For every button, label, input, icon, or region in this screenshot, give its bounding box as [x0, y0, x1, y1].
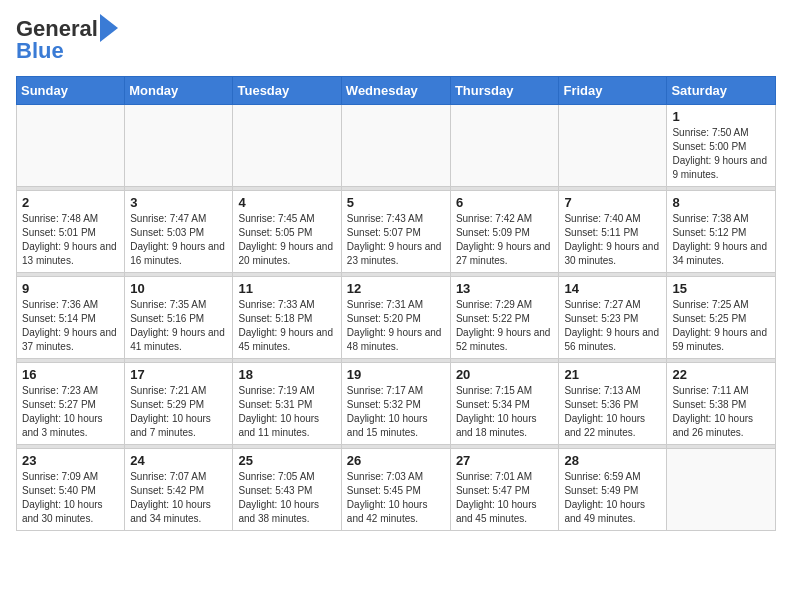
day-info: Sunrise: 7:33 AM Sunset: 5:18 PM Dayligh… [238, 298, 335, 354]
day-number: 21 [564, 367, 661, 382]
day-number: 2 [22, 195, 119, 210]
day-info: Sunrise: 7:43 AM Sunset: 5:07 PM Dayligh… [347, 212, 445, 268]
calendar-day-cell [667, 449, 776, 531]
day-number: 22 [672, 367, 770, 382]
day-info: Sunrise: 7:50 AM Sunset: 5:00 PM Dayligh… [672, 126, 770, 182]
calendar-day-cell: 25Sunrise: 7:05 AM Sunset: 5:43 PM Dayli… [233, 449, 341, 531]
calendar-week-row: 9Sunrise: 7:36 AM Sunset: 5:14 PM Daylig… [17, 277, 776, 359]
calendar-day-cell [341, 105, 450, 187]
day-info: Sunrise: 7:35 AM Sunset: 5:16 PM Dayligh… [130, 298, 227, 354]
day-info: Sunrise: 7:01 AM Sunset: 5:47 PM Dayligh… [456, 470, 554, 526]
day-info: Sunrise: 7:27 AM Sunset: 5:23 PM Dayligh… [564, 298, 661, 354]
day-info: Sunrise: 7:29 AM Sunset: 5:22 PM Dayligh… [456, 298, 554, 354]
calendar-day-cell: 24Sunrise: 7:07 AM Sunset: 5:42 PM Dayli… [125, 449, 233, 531]
calendar-day-cell: 8Sunrise: 7:38 AM Sunset: 5:12 PM Daylig… [667, 191, 776, 273]
day-number: 23 [22, 453, 119, 468]
weekday-header: Tuesday [233, 77, 341, 105]
weekday-header: Monday [125, 77, 233, 105]
calendar-day-cell: 27Sunrise: 7:01 AM Sunset: 5:47 PM Dayli… [450, 449, 559, 531]
weekday-header: Saturday [667, 77, 776, 105]
weekday-header: Sunday [17, 77, 125, 105]
calendar-day-cell: 16Sunrise: 7:23 AM Sunset: 5:27 PM Dayli… [17, 363, 125, 445]
calendar-week-row: 1Sunrise: 7:50 AM Sunset: 5:00 PM Daylig… [17, 105, 776, 187]
calendar-day-cell: 4Sunrise: 7:45 AM Sunset: 5:05 PM Daylig… [233, 191, 341, 273]
day-info: Sunrise: 6:59 AM Sunset: 5:49 PM Dayligh… [564, 470, 661, 526]
day-info: Sunrise: 7:31 AM Sunset: 5:20 PM Dayligh… [347, 298, 445, 354]
calendar-day-cell: 6Sunrise: 7:42 AM Sunset: 5:09 PM Daylig… [450, 191, 559, 273]
day-number: 14 [564, 281, 661, 296]
day-info: Sunrise: 7:07 AM Sunset: 5:42 PM Dayligh… [130, 470, 227, 526]
weekday-header: Wednesday [341, 77, 450, 105]
calendar-day-cell: 21Sunrise: 7:13 AM Sunset: 5:36 PM Dayli… [559, 363, 667, 445]
day-number: 7 [564, 195, 661, 210]
day-number: 13 [456, 281, 554, 296]
day-info: Sunrise: 7:05 AM Sunset: 5:43 PM Dayligh… [238, 470, 335, 526]
calendar-day-cell: 23Sunrise: 7:09 AM Sunset: 5:40 PM Dayli… [17, 449, 125, 531]
calendar-week-row: 2Sunrise: 7:48 AM Sunset: 5:01 PM Daylig… [17, 191, 776, 273]
day-number: 5 [347, 195, 445, 210]
day-info: Sunrise: 7:25 AM Sunset: 5:25 PM Dayligh… [672, 298, 770, 354]
day-number: 15 [672, 281, 770, 296]
day-info: Sunrise: 7:45 AM Sunset: 5:05 PM Dayligh… [238, 212, 335, 268]
calendar-day-cell: 18Sunrise: 7:19 AM Sunset: 5:31 PM Dayli… [233, 363, 341, 445]
weekday-header: Thursday [450, 77, 559, 105]
day-info: Sunrise: 7:03 AM Sunset: 5:45 PM Dayligh… [347, 470, 445, 526]
calendar-day-cell: 17Sunrise: 7:21 AM Sunset: 5:29 PM Dayli… [125, 363, 233, 445]
day-number: 3 [130, 195, 227, 210]
page-header: General Blue [16, 16, 776, 64]
day-number: 16 [22, 367, 119, 382]
calendar-day-cell: 13Sunrise: 7:29 AM Sunset: 5:22 PM Dayli… [450, 277, 559, 359]
calendar-header-row: SundayMondayTuesdayWednesdayThursdayFrid… [17, 77, 776, 105]
calendar-week-row: 16Sunrise: 7:23 AM Sunset: 5:27 PM Dayli… [17, 363, 776, 445]
calendar-day-cell: 1Sunrise: 7:50 AM Sunset: 5:00 PM Daylig… [667, 105, 776, 187]
calendar-day-cell: 12Sunrise: 7:31 AM Sunset: 5:20 PM Dayli… [341, 277, 450, 359]
calendar-day-cell: 10Sunrise: 7:35 AM Sunset: 5:16 PM Dayli… [125, 277, 233, 359]
day-info: Sunrise: 7:17 AM Sunset: 5:32 PM Dayligh… [347, 384, 445, 440]
calendar-day-cell: 7Sunrise: 7:40 AM Sunset: 5:11 PM Daylig… [559, 191, 667, 273]
calendar-day-cell: 26Sunrise: 7:03 AM Sunset: 5:45 PM Dayli… [341, 449, 450, 531]
day-number: 28 [564, 453, 661, 468]
day-number: 11 [238, 281, 335, 296]
day-info: Sunrise: 7:38 AM Sunset: 5:12 PM Dayligh… [672, 212, 770, 268]
day-number: 12 [347, 281, 445, 296]
day-number: 26 [347, 453, 445, 468]
calendar-day-cell: 22Sunrise: 7:11 AM Sunset: 5:38 PM Dayli… [667, 363, 776, 445]
calendar-day-cell [233, 105, 341, 187]
calendar-day-cell: 28Sunrise: 6:59 AM Sunset: 5:49 PM Dayli… [559, 449, 667, 531]
day-number: 6 [456, 195, 554, 210]
calendar-day-cell [450, 105, 559, 187]
logo-arrow-icon [100, 14, 118, 42]
day-info: Sunrise: 7:23 AM Sunset: 5:27 PM Dayligh… [22, 384, 119, 440]
day-info: Sunrise: 7:15 AM Sunset: 5:34 PM Dayligh… [456, 384, 554, 440]
day-number: 17 [130, 367, 227, 382]
day-info: Sunrise: 7:36 AM Sunset: 5:14 PM Dayligh… [22, 298, 119, 354]
calendar-day-cell: 5Sunrise: 7:43 AM Sunset: 5:07 PM Daylig… [341, 191, 450, 273]
day-info: Sunrise: 7:40 AM Sunset: 5:11 PM Dayligh… [564, 212, 661, 268]
day-number: 20 [456, 367, 554, 382]
calendar-day-cell: 11Sunrise: 7:33 AM Sunset: 5:18 PM Dayli… [233, 277, 341, 359]
day-number: 8 [672, 195, 770, 210]
calendar-day-cell [559, 105, 667, 187]
day-info: Sunrise: 7:47 AM Sunset: 5:03 PM Dayligh… [130, 212, 227, 268]
calendar-day-cell: 19Sunrise: 7:17 AM Sunset: 5:32 PM Dayli… [341, 363, 450, 445]
calendar-day-cell: 3Sunrise: 7:47 AM Sunset: 5:03 PM Daylig… [125, 191, 233, 273]
calendar-day-cell: 15Sunrise: 7:25 AM Sunset: 5:25 PM Dayli… [667, 277, 776, 359]
calendar-table: SundayMondayTuesdayWednesdayThursdayFrid… [16, 76, 776, 531]
day-info: Sunrise: 7:48 AM Sunset: 5:01 PM Dayligh… [22, 212, 119, 268]
day-number: 10 [130, 281, 227, 296]
calendar-day-cell: 20Sunrise: 7:15 AM Sunset: 5:34 PM Dayli… [450, 363, 559, 445]
calendar-day-cell [17, 105, 125, 187]
day-info: Sunrise: 7:13 AM Sunset: 5:36 PM Dayligh… [564, 384, 661, 440]
day-number: 4 [238, 195, 335, 210]
day-number: 24 [130, 453, 227, 468]
calendar-day-cell [125, 105, 233, 187]
day-info: Sunrise: 7:42 AM Sunset: 5:09 PM Dayligh… [456, 212, 554, 268]
day-info: Sunrise: 7:09 AM Sunset: 5:40 PM Dayligh… [22, 470, 119, 526]
day-info: Sunrise: 7:11 AM Sunset: 5:38 PM Dayligh… [672, 384, 770, 440]
day-info: Sunrise: 7:21 AM Sunset: 5:29 PM Dayligh… [130, 384, 227, 440]
calendar-day-cell: 14Sunrise: 7:27 AM Sunset: 5:23 PM Dayli… [559, 277, 667, 359]
day-number: 18 [238, 367, 335, 382]
day-number: 27 [456, 453, 554, 468]
day-number: 1 [672, 109, 770, 124]
day-number: 9 [22, 281, 119, 296]
